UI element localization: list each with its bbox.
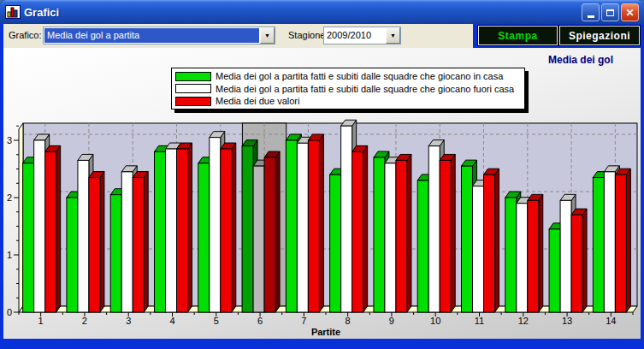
away-series-swatch bbox=[175, 84, 211, 93]
spiegazioni-button[interactable]: Spiegazioni bbox=[559, 26, 640, 45]
close-icon: ✕ bbox=[625, 8, 634, 18]
average-series-swatch bbox=[175, 97, 211, 106]
window-title: Grafici bbox=[24, 6, 59, 19]
title-bar[interactable]: Grafici ✕ bbox=[0, 0, 644, 24]
svg-text:10: 10 bbox=[430, 316, 440, 326]
stagione-label: Stagione: bbox=[288, 30, 328, 40]
home-series-swatch bbox=[175, 72, 211, 81]
maximize-icon bbox=[606, 9, 614, 16]
svg-text:12: 12 bbox=[518, 316, 529, 326]
svg-text:4: 4 bbox=[169, 316, 174, 326]
toolbar: Grafico: Media dei gol a partita ▼ Stagi… bbox=[3, 24, 641, 48]
svg-text:3: 3 bbox=[7, 135, 12, 145]
legend-item: Media dei gol a partita fatti e subiti d… bbox=[175, 71, 521, 82]
svg-text:1: 1 bbox=[7, 250, 12, 260]
legend-label: Media dei gol a partita fatti e subiti d… bbox=[216, 84, 514, 94]
grafico-label: Grafico: bbox=[9, 30, 42, 40]
stampa-button[interactable]: Stampa bbox=[478, 26, 558, 45]
svg-text:14: 14 bbox=[606, 316, 616, 326]
svg-text:7: 7 bbox=[301, 316, 306, 326]
legend-item: Media dei due valori bbox=[175, 96, 521, 107]
svg-text:9: 9 bbox=[389, 316, 394, 326]
chevron-down-icon[interactable]: ▼ bbox=[386, 27, 400, 44]
chart-corner-title: Media dei gol bbox=[548, 54, 613, 66]
chart-legend: Media dei gol a partita fatti e subiti d… bbox=[171, 68, 525, 109]
legend-label: Media dei gol a partita fatti e subiti d… bbox=[216, 71, 503, 81]
svg-text:0: 0 bbox=[7, 307, 12, 317]
svg-text:2: 2 bbox=[7, 192, 12, 203]
svg-text:2: 2 bbox=[82, 316, 87, 326]
grafico-combobox[interactable]: Media dei gol a partita ▼ bbox=[43, 27, 275, 44]
minimize-button[interactable] bbox=[582, 3, 600, 21]
svg-text:5: 5 bbox=[214, 316, 219, 326]
svg-text:Partite: Partite bbox=[311, 327, 340, 337]
app-icon bbox=[5, 5, 21, 19]
svg-text:3: 3 bbox=[126, 316, 131, 326]
stagione-combobox-value: 2009/2010 bbox=[324, 27, 386, 44]
grafici-window: Grafici ✕ Grafico: Media dei gol a parti… bbox=[0, 0, 644, 349]
legend-item: Media dei gol a partita fatti e subiti d… bbox=[175, 83, 521, 94]
svg-text:13: 13 bbox=[562, 316, 572, 326]
svg-text:6: 6 bbox=[257, 316, 263, 326]
grafico-combobox-value: Media dei gol a partita bbox=[44, 28, 259, 43]
svg-text:8: 8 bbox=[346, 316, 351, 326]
chevron-down-icon[interactable]: ▼ bbox=[260, 27, 275, 44]
maximize-button[interactable] bbox=[601, 3, 619, 21]
chart-panel: 01231234567891011121314Partite Media dei… bbox=[3, 48, 641, 339]
close-button[interactable]: ✕ bbox=[621, 3, 639, 21]
minimize-icon bbox=[588, 15, 594, 18]
svg-text:11: 11 bbox=[475, 316, 484, 326]
legend-label: Media dei due valori bbox=[216, 96, 299, 106]
stagione-combobox[interactable]: 2009/2010 ▼ bbox=[323, 27, 401, 44]
svg-text:1: 1 bbox=[38, 316, 44, 326]
